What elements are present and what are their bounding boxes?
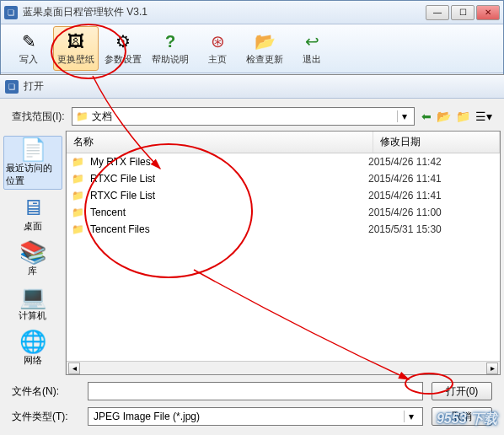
dialog-bottom: 文件名(N): 打开(0) 文件类型(T): JPEG Image File (…: [0, 375, 504, 432]
col-date[interactable]: 修改日期: [373, 132, 500, 153]
recent-icon: 📄: [19, 138, 46, 160]
place-label: 网络: [24, 354, 42, 367]
minimize-button[interactable]: —: [426, 5, 449, 20]
place-label: 最近访问的位置: [6, 162, 60, 187]
change-wallpaper-button[interactable]: 🖼 更换壁纸: [53, 26, 99, 71]
file-row[interactable]: 📁My RTX Files2015/4/26 11:42: [67, 153, 500, 170]
h-scrollbar[interactable]: ◂ ▸: [67, 361, 500, 374]
filetype-value: JPEG Image File (*.jpg): [94, 411, 200, 422]
maximize-button[interactable]: ☐: [451, 5, 475, 20]
main-titlebar: ❏ 蓝果桌面日程管理软件 V3.1 — ☐ ✕: [1, 1, 503, 24]
wallpaper-icon: 🖼: [64, 31, 88, 51]
file-row[interactable]: 📁Tencent2015/4/26 11:00: [67, 204, 500, 221]
app-icon: ❏: [4, 6, 18, 19]
filename-input[interactable]: [88, 382, 423, 400]
file-date: 2015/4/26 11:00: [368, 207, 495, 218]
exit-icon: ↩: [300, 31, 324, 51]
place-library[interactable]: 📚 库: [3, 239, 62, 279]
folder-icon: 📁: [72, 156, 85, 168]
update-icon: 📂: [253, 31, 276, 51]
file-open-dialog: ❏ 打开 查找范围(I): 📁 文档 ▾ ⬅ 📂 📁 ☰▾ 📄 最近访问的位置 …: [0, 74, 504, 435]
desktop-icon: 🖥: [22, 196, 44, 218]
file-date: 2015/4/26 11:41: [368, 173, 495, 185]
chevron-down-icon: ▾: [397, 110, 410, 122]
lookin-label: 查找范围(I):: [12, 110, 65, 124]
home-button[interactable]: ⊛ 主页: [195, 26, 240, 71]
library-icon: 📚: [19, 241, 46, 263]
file-row[interactable]: 📁RTXC File List2015/4/26 11:41: [67, 170, 500, 187]
scroll-left-icon[interactable]: ◂: [68, 362, 80, 374]
new-folder-icon[interactable]: 📁: [456, 110, 470, 123]
computer-icon: 💻: [19, 286, 46, 308]
home-label: 主页: [208, 53, 227, 66]
folder-icon: 📁: [72, 223, 85, 235]
help-icon: ?: [158, 31, 182, 51]
exit-label: 退出: [303, 53, 321, 66]
watermark: 9553 下载: [437, 411, 497, 428]
col-name[interactable]: 名称: [67, 132, 373, 153]
window-controls: — ☐ ✕: [426, 5, 500, 20]
settings-button[interactable]: ⚙ 参数设置: [100, 26, 146, 71]
place-label: 库: [28, 265, 37, 277]
scroll-right-icon[interactable]: ▸: [486, 362, 498, 374]
chevron-down-icon: ▾: [404, 411, 417, 422]
dialog-titlebar: ❏ 打开: [0, 75, 504, 99]
file-name: My RTX Files: [90, 156, 363, 168]
place-label: 计算机: [19, 309, 46, 322]
gear-icon: ⚙: [111, 31, 135, 51]
network-icon: 🌐: [19, 330, 46, 352]
write-label: 写入: [19, 53, 38, 66]
dialog-body: 📄 最近访问的位置 🖥 桌面 📚 库 💻 计算机 🌐 网络 名称: [0, 131, 504, 375]
file-row[interactable]: 📁Tencent Files2015/5/31 15:30: [67, 221, 500, 238]
filetype-combobox[interactable]: JPEG Image File (*.jpg) ▾: [88, 407, 423, 426]
help-label: 帮助说明: [152, 53, 189, 66]
place-label: 桌面: [24, 220, 42, 233]
pencil-icon: ✎: [17, 31, 40, 51]
wallpaper-label: 更换壁纸: [57, 53, 94, 66]
filename-label: 文件名(N):: [12, 384, 79, 399]
open-button[interactable]: 打开(0): [432, 382, 492, 400]
lookin-value: 文档: [92, 110, 112, 124]
folder-icon: 📁: [76, 110, 88, 122]
file-name: Tencent: [90, 207, 363, 218]
main-toolbar: ✎ 写入 🖼 更换壁纸 ⚙ 参数设置 ? 帮助说明 ⊛ 主页 📂 检查更新 ↩ …: [1, 24, 503, 73]
lookin-combobox[interactable]: 📁 文档 ▾: [72, 107, 415, 126]
folder-icon: 📁: [72, 190, 85, 201]
settings-label: 参数设置: [105, 53, 142, 66]
check-update-button[interactable]: 📂 检查更新: [242, 26, 287, 71]
views-icon[interactable]: ☰▾: [475, 110, 492, 123]
help-button[interactable]: ? 帮助说明: [147, 26, 193, 71]
dialog-title: 打开: [24, 79, 44, 94]
place-computer[interactable]: 💻 计算机: [3, 284, 62, 324]
nav-icons: ⬅ 📂 📁 ☰▾: [421, 110, 492, 123]
place-desktop[interactable]: 🖥 桌面: [3, 195, 62, 234]
write-button[interactable]: ✎ 写入: [6, 26, 51, 71]
folder-icon: 📁: [72, 207, 85, 218]
place-network[interactable]: 🌐 网络: [3, 329, 62, 368]
file-name: RTXC File List: [90, 173, 363, 185]
close-button[interactable]: ✕: [476, 5, 500, 20]
filetype-label: 文件类型(T):: [12, 410, 79, 424]
places-bar: 📄 最近访问的位置 🖥 桌面 📚 库 💻 计算机 🌐 网络: [0, 131, 66, 375]
exit-button[interactable]: ↩ 退出: [289, 26, 335, 71]
home-icon: ⊛: [206, 31, 229, 51]
up-folder-icon[interactable]: 📂: [437, 110, 451, 123]
file-list: 名称 修改日期 📁My RTX Files2015/4/26 11:42📁RTX…: [66, 131, 501, 375]
app-title: 蓝果桌面日程管理软件 V3.1: [23, 5, 426, 19]
lookin-row: 查找范围(I): 📁 文档 ▾ ⬅ 📂 📁 ☰▾: [0, 99, 504, 131]
folder-icon: 📁: [72, 173, 85, 185]
back-icon[interactable]: ⬅: [421, 110, 432, 123]
file-date: 2015/4/26 11:42: [368, 156, 495, 168]
dialog-icon: ❏: [5, 80, 19, 94]
file-list-header: 名称 修改日期: [67, 132, 500, 153]
file-date: 2015/4/26 11:41: [368, 190, 495, 201]
file-row[interactable]: 📁RTXC File List2015/4/26 11:41: [67, 187, 500, 204]
file-date: 2015/5/31 15:30: [368, 223, 495, 235]
file-name: RTXC File List: [90, 190, 363, 201]
update-label: 检查更新: [246, 53, 283, 66]
file-name: Tencent Files: [90, 223, 363, 235]
file-rows: 📁My RTX Files2015/4/26 11:42📁RTXC File L…: [67, 153, 500, 374]
place-recent[interactable]: 📄 最近访问的位置: [3, 136, 62, 190]
